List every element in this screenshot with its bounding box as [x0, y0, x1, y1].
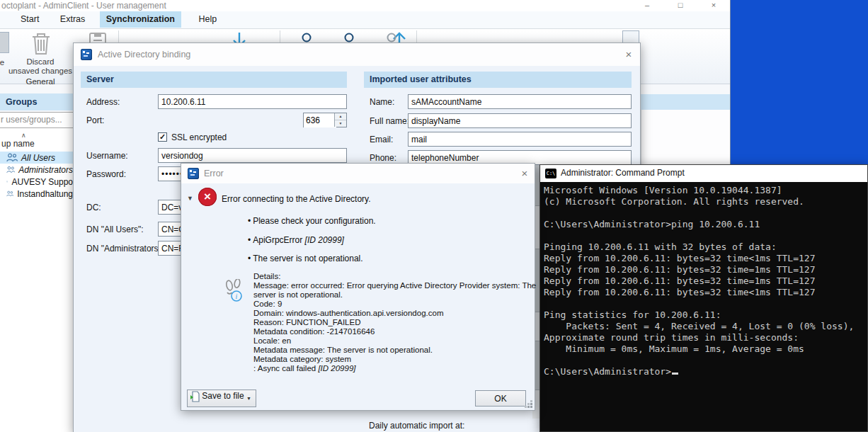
group-row-auvesy-support[interactable]: AUVESY Suppo — [0, 176, 73, 188]
group-row-administrators[interactable]: Administrators — [0, 164, 73, 176]
bullet-icon: • — [248, 254, 251, 263]
phone-label: Phone: — [370, 153, 396, 163]
password-label: Password: — [86, 169, 126, 179]
ok-button[interactable]: OK — [475, 390, 526, 407]
menu-item-help[interactable]: Help — [192, 11, 223, 28]
discard-button-label[interactable]: Discard unsaved changes — [4, 57, 76, 76]
menu-bar: Start Extras Synchronization Help — [0, 11, 730, 29]
error-details: Details: Message: error occurred: Error … — [253, 272, 537, 373]
username-label: Username: — [86, 151, 128, 161]
bullet-icon: • — [248, 235, 251, 245]
collapse-arrow-icon[interactable]: ▼ — [187, 195, 193, 202]
groups-panel-header: Groups — [0, 93, 73, 110]
groups-column-header[interactable]: up name — [0, 139, 73, 150]
error-message: Error connecting to the Active Directory… — [222, 194, 371, 204]
group-row-instandhaltung[interactable]: Instandhaltung — [0, 188, 73, 200]
close-icon[interactable]: × — [518, 167, 531, 180]
full-name-input[interactable] — [408, 113, 632, 128]
port-input[interactable] — [304, 114, 336, 127]
username-input[interactable] — [158, 148, 347, 163]
name-label: Name: — [370, 97, 394, 107]
ssl-label: SSL encrypted — [171, 132, 227, 142]
cmd-title: Administrator: Command Prompt — [561, 168, 685, 178]
close-icon[interactable]: × — [704, 0, 723, 11]
group-row-all-users[interactable]: All Users — [0, 152, 73, 164]
spinner-down-icon[interactable]: ▼ — [335, 120, 346, 127]
full-name-label: Full name: — [370, 116, 409, 126]
error-bullet: •The server is not operational. — [248, 254, 363, 263]
toolbar-group-general-label: General — [4, 77, 76, 86]
terminal-prompt: C:\Users\Administrator> — [544, 366, 671, 377]
resize-grip[interactable] — [530, 406, 532, 408]
menu-item-extras[interactable]: Extras — [54, 11, 91, 28]
menu-item-start[interactable]: Start — [14, 11, 45, 28]
error-dialog-titlebar[interactable]: Error × — [181, 164, 535, 183]
window-title: octoplant - AdminClient - User managemen… — [1, 1, 166, 11]
terminal-text: Microsoft Windows [Version 10.0.19044.13… — [544, 185, 854, 354]
maximize-icon[interactable]: □ — [671, 0, 690, 11]
group-icon — [6, 153, 18, 162]
dn-administrators-label: DN "Administrators": — [86, 244, 164, 254]
address-label: Address: — [86, 97, 120, 107]
email-label: Email: — [370, 135, 393, 144]
command-prompt-window[interactable]: C:\ Administrator: Command Prompt Micros… — [539, 164, 868, 432]
main-window-titlebar[interactable]: octoplant - AdminClient - User managemen… — [0, 0, 730, 11]
attributes-section-header: Imported user attributes — [364, 72, 632, 88]
terminal-cursor — [672, 373, 678, 375]
group-icon — [6, 165, 15, 174]
app-icon — [188, 168, 199, 179]
terminal-output[interactable]: Microsoft Windows [Version 10.0.19044.13… — [544, 185, 854, 377]
menu-item-synchronization[interactable]: Synchronization — [100, 11, 181, 28]
discard-trash-icon[interactable] — [30, 30, 52, 59]
error-icon: × — [198, 188, 217, 206]
group-icon — [6, 177, 8, 186]
port-spinner[interactable]: ▲ ▼ — [303, 113, 347, 127]
address-input[interactable] — [158, 94, 347, 109]
cmd-icon: C:\ — [545, 169, 556, 178]
minimize-icon[interactable]: – — [638, 0, 656, 11]
right-panel-header — [641, 94, 730, 110]
save-file-icon — [190, 391, 200, 402]
port-label: Port: — [86, 115, 104, 125]
app-icon — [81, 49, 92, 60]
name-input[interactable] — [408, 94, 632, 109]
groups-filter-input[interactable]: r users/groups... — [0, 112, 73, 128]
daily-import-label: Daily automatic import at: — [369, 421, 464, 431]
ad-dialog-titlebar[interactable]: Active Directory binding × — [74, 43, 640, 66]
details-last-line: : Async call failed [ID 20999] — [253, 364, 537, 373]
close-icon[interactable]: × — [622, 48, 635, 61]
error-bullet: •Please check your configuration. — [248, 216, 376, 226]
email-input[interactable] — [408, 132, 632, 147]
dn-all-users-label: DN "All Users": — [86, 224, 144, 234]
right-panel — [641, 110, 730, 164]
dropdown-arrow-icon[interactable]: ▼ — [246, 391, 251, 407]
error-dialog-title: Error — [204, 169, 224, 178]
error-dialog: Error × ▼ × Error connecting to the Acti… — [181, 163, 535, 411]
save-to-file-button[interactable]: Save to file ▼ — [187, 390, 256, 407]
ssl-checkbox[interactable]: ✓ — [158, 132, 167, 142]
dc-label: DC: — [86, 203, 101, 212]
bullet-icon: • — [248, 216, 251, 226]
sort-ascending-icon: ∧ — [21, 132, 26, 139]
trace-details-icon: i — [224, 279, 245, 306]
error-bullet: •ApiGrpcError [ID 20999] — [248, 235, 344, 245]
partial-toolbar-icon[interactable] — [0, 32, 9, 53]
ad-dialog-title: Active Directory binding — [98, 50, 190, 59]
group-icon — [6, 189, 13, 198]
svg-text:i: i — [236, 292, 238, 300]
cmd-titlebar[interactable]: C:\ Administrator: Command Prompt — [540, 165, 867, 182]
server-section-header: Server — [81, 72, 347, 88]
spinner-up-icon[interactable]: ▲ — [335, 113, 346, 120]
